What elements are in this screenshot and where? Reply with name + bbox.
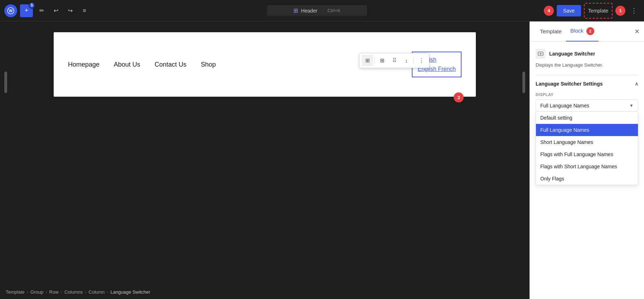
option-full[interactable]: Full Language Names: [536, 124, 638, 136]
float-divider-2: [414, 57, 414, 64]
shortcut-label: Ctrl+K: [327, 8, 340, 13]
bc-lang-switcher[interactable]: Language Switcher: [111, 289, 150, 295]
bc-template[interactable]: Template: [6, 289, 25, 295]
panel-content: Language Switcher Displays the Language …: [530, 42, 644, 299]
settings-title-text: Language Switcher Settings: [536, 81, 602, 87]
edit-icon-button[interactable]: ✏: [36, 5, 47, 16]
bc-columns[interactable]: Columns: [64, 289, 83, 295]
bc-sep-5: ›: [107, 289, 108, 295]
chevron-up-icon[interactable]: ∧: [635, 81, 638, 87]
option-short[interactable]: Short Language Names: [536, 136, 638, 148]
dropdown-list: Default setting Full Language Names Shor…: [536, 112, 638, 185]
display-label: DISPLAY: [536, 92, 638, 97]
panel-section-header: Language Switcher: [536, 49, 595, 59]
bc-sep-1: ›: [27, 289, 28, 295]
option-flags-short[interactable]: Flags with Short Language Names: [536, 160, 638, 173]
float-divider: [375, 57, 375, 64]
header-pill: ⊞ Header Ctrl+K: [267, 5, 367, 16]
bc-group[interactable]: Group: [30, 289, 43, 295]
badge-1-circle: 1: [615, 6, 625, 16]
section-subtitle: Displays the Language Switcher.: [536, 62, 638, 68]
right-panel: Template Block 2 ✕ Language Switcher Dis…: [530, 21, 644, 299]
select-arrow-icon: ▼: [629, 103, 634, 108]
bc-sep-3: ›: [61, 289, 62, 295]
option-flags-full[interactable]: Flags with Full Language Names: [536, 148, 638, 160]
save-button[interactable]: Save: [557, 5, 581, 16]
section-title-text: Language Switcher: [549, 51, 595, 57]
redo-button[interactable]: ↪: [64, 5, 76, 16]
preview-nav: Homepage About Us Contact Us Shop: [68, 61, 216, 68]
header-grid-icon: ⊞: [293, 7, 298, 14]
selected-option-text: Full Language Names: [540, 103, 589, 108]
panel-tabs: Template Block 2 ✕: [530, 21, 644, 42]
float-col-button[interactable]: ⊞: [362, 55, 373, 66]
bc-sep-4: ›: [85, 289, 86, 295]
toolbar-center: ⊞ Header Ctrl+K: [93, 5, 541, 16]
badge-3-circle: 3: [454, 92, 464, 102]
float-toolbar: ⊞ ⊞ ⠿ ↕ ⋮: [359, 53, 429, 68]
badge-4-circle: 4: [544, 6, 554, 16]
nav-shop[interactable]: Shop: [201, 61, 216, 68]
float-move-button[interactable]: ⠿: [389, 55, 400, 66]
svg-text:W: W: [9, 9, 13, 13]
language-icon: [536, 49, 546, 59]
tab-badge-2: 2: [586, 27, 594, 35]
list-view-button[interactable]: ≡: [79, 5, 90, 16]
toolbar-right: 4 Save Template 1 ⋮: [544, 3, 640, 19]
tab-block[interactable]: Block 2: [566, 21, 599, 42]
bc-sep-2: ›: [45, 289, 47, 295]
tab-template[interactable]: Template: [536, 23, 566, 41]
bc-column[interactable]: Column: [89, 289, 105, 295]
float-more-button[interactable]: ⋮: [415, 55, 427, 66]
breadcrumb: Template › Group › Row › Columns › Colum…: [0, 285, 530, 299]
notification-badge: 5: [29, 2, 35, 9]
display-select-wrapper: Full Language Names ▼ Default setting Fu…: [536, 100, 638, 112]
bc-row[interactable]: Row: [49, 289, 59, 295]
display-select[interactable]: Full Language Names ▼: [536, 100, 638, 112]
header-label: Header: [301, 8, 317, 14]
canvas-area: Homepage About Us Contact Us Shop Englis…: [0, 21, 530, 285]
nav-homepage[interactable]: Homepage: [68, 61, 99, 68]
option-default[interactable]: Default setting: [536, 112, 638, 124]
panel-close-button[interactable]: ✕: [634, 28, 640, 35]
options-menu-button[interactable]: ⋮: [628, 5, 640, 16]
settings-heading: Language Switcher Settings ∧: [536, 75, 638, 87]
scroll-handle-right[interactable]: [522, 72, 525, 93]
float-copy-button[interactable]: ⊞: [376, 55, 388, 66]
undo-button[interactable]: ↩: [50, 5, 62, 16]
float-arrows-button[interactable]: ↕: [401, 55, 412, 66]
wp-logo: W: [4, 4, 17, 17]
template-button[interactable]: Template: [584, 3, 613, 19]
nav-about[interactable]: About Us: [114, 61, 140, 68]
nav-contact[interactable]: Contact Us: [155, 61, 186, 68]
option-only-flags[interactable]: Only Flags: [536, 173, 638, 185]
scroll-handle-left[interactable]: [4, 72, 7, 93]
top-toolbar: W + 5 ✏ ↩ ↪ ≡ ⊞ Header Ctrl+K 4 Save Tem…: [0, 0, 644, 21]
